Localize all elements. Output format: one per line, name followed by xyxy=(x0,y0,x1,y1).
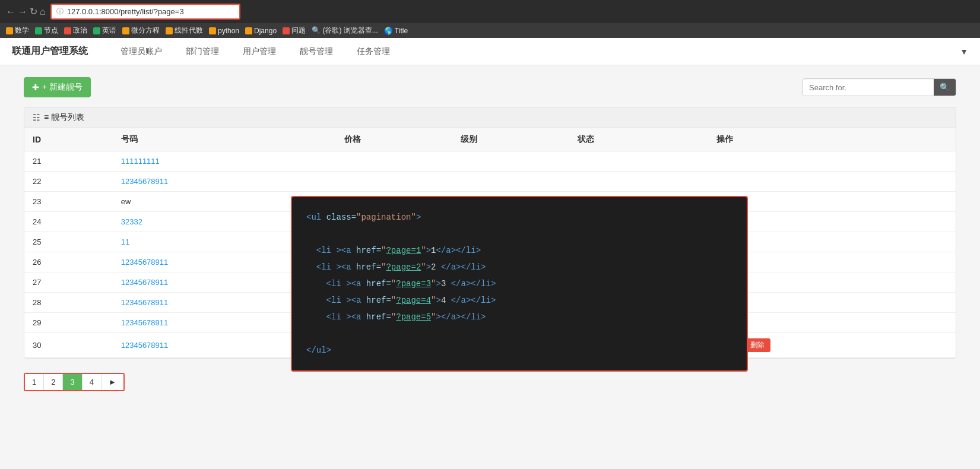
col-actions: 操作 xyxy=(708,128,956,151)
bookmark-label: 英语 xyxy=(102,26,116,36)
search-button[interactable]: 🔍 xyxy=(934,79,956,96)
col-phone: 号码 xyxy=(113,128,337,151)
code-line-li3: <li ><a href="?page=3">3 </a></li> xyxy=(306,275,732,292)
table-row: 21 111111111 xyxy=(24,151,956,172)
bookmark-jiedian[interactable]: 节点 xyxy=(35,26,58,36)
nav-user-management[interactable]: 用户管理 xyxy=(240,46,279,57)
bookmark-zhengzhi[interactable]: 政治 xyxy=(64,26,87,36)
cell-actions xyxy=(708,151,956,172)
code-line-li2: <li ><a href="?page=2">2 </a></li> xyxy=(306,259,732,275)
table-section-title: ≡ 靓号列表 xyxy=(44,112,84,123)
plus-icon: ✚ xyxy=(32,83,39,92)
nav-department[interactable]: 部门管理 xyxy=(183,46,222,57)
bookmark-icon xyxy=(35,27,42,34)
page-btn-next[interactable]: ► xyxy=(102,374,123,390)
table-row: 22 12345678911 xyxy=(24,172,956,192)
home-button[interactable]: ⌂ xyxy=(40,7,46,17)
code-line-li1: <li ><a href="?page=1">1</a></li> xyxy=(306,242,732,259)
bookmark-icon xyxy=(166,27,173,34)
bookmark-title[interactable]: 🌎 Title xyxy=(384,27,408,35)
cell-phone: 12345678911 xyxy=(113,172,337,192)
bookmark-label: 数学 xyxy=(15,26,29,36)
bookmark-label: 政治 xyxy=(73,26,87,36)
new-btn-label: + 新建靓号 xyxy=(42,82,83,93)
main-content: ✚ + 新建靓号 🔍 ☷ ≡ 靓号列表 ID 号码 价格 级别 状态 操作 xyxy=(0,65,980,413)
nav-pretty-numbers[interactable]: 靓号管理 xyxy=(297,46,336,57)
code-line-blank2 xyxy=(306,325,732,342)
cell-id: 24 xyxy=(24,212,113,232)
address-bar[interactable]: ⓘ 127.0.0.1:8000/pretty/list/?page=3 xyxy=(50,4,240,20)
cell-id: 27 xyxy=(24,272,113,293)
bookmark-icon xyxy=(122,27,129,34)
page-btn-1[interactable]: 1 xyxy=(25,374,44,390)
bookmark-icon xyxy=(209,27,216,34)
code-line-close: </ul> xyxy=(306,342,732,359)
cell-id: 23 xyxy=(24,192,113,212)
bookmark-label: python xyxy=(218,27,239,35)
search-input[interactable] xyxy=(803,80,934,96)
bookmark-label: 🔍 (谷歌) 浏览器查... xyxy=(312,26,378,36)
page-btn-4[interactable]: 4 xyxy=(83,374,102,390)
bookmark-google[interactable]: 🔍 (谷歌) 浏览器查... xyxy=(312,26,378,36)
bookmark-icon xyxy=(283,27,290,34)
bookmark-weifenfangcheng[interactable]: 微分方程 xyxy=(122,26,160,36)
code-line-li4: <li ><a href="?page=4">4 </a></li> xyxy=(306,292,732,309)
nav-admin-account[interactable]: 管理员账户 xyxy=(118,46,165,57)
bookmark-label: 线性代数 xyxy=(175,26,203,36)
forward-button[interactable]: → xyxy=(18,7,27,17)
bookmark-python[interactable]: python xyxy=(209,27,239,35)
col-price: 价格 xyxy=(336,128,452,151)
table-list-icon: ☷ xyxy=(33,113,40,122)
cell-level xyxy=(452,172,569,192)
page-btn-2[interactable]: 2 xyxy=(44,374,63,390)
cell-level xyxy=(452,151,569,172)
cell-actions xyxy=(708,172,956,192)
code-line-li5: <li ><a href="?page=5"></a></li> xyxy=(306,309,732,325)
nav-buttons: ← → ↻ ⌂ xyxy=(6,7,46,17)
cell-id: 21 xyxy=(24,151,113,172)
page-btn-3[interactable]: 3 xyxy=(63,374,82,390)
cell-id: 29 xyxy=(24,313,113,333)
cell-id: 30 xyxy=(24,333,113,358)
table-header-bar: ☷ ≡ 靓号列表 xyxy=(24,107,956,128)
bookmark-label: 问题 xyxy=(291,26,306,36)
info-icon: ⓘ xyxy=(56,7,64,17)
nav-task-management[interactable]: 任务管理 xyxy=(354,46,393,57)
col-status: 状态 xyxy=(569,128,709,151)
bookmark-yingyu[interactable]: 英语 xyxy=(93,26,116,36)
bookmark-icon xyxy=(93,27,100,34)
code-line-1: <ul class="pagination"> xyxy=(306,209,732,226)
bookmark-xianxingdaishu[interactable]: 线性代数 xyxy=(166,26,203,36)
bookmark-wenti[interactable]: 问题 xyxy=(283,26,306,36)
url-text: 127.0.0.1:8000/pretty/list/?page=3 xyxy=(67,7,184,16)
code-line-blank1 xyxy=(306,226,732,242)
code-overlay: <ul class="pagination"> <li ><a href="?p… xyxy=(291,196,748,372)
bookmark-shuxue[interactable]: 数学 xyxy=(6,26,29,36)
bookmark-icon xyxy=(64,27,71,34)
delete-button[interactable]: 删除 xyxy=(744,338,770,352)
bookmark-label: 节点 xyxy=(44,26,58,36)
cell-status xyxy=(569,172,709,192)
cell-id: 22 xyxy=(24,172,113,192)
bookmark-icon xyxy=(6,27,13,34)
cell-price xyxy=(336,151,452,172)
cell-price xyxy=(336,172,452,192)
bookmark-label: 微分方程 xyxy=(131,26,160,36)
bookmarks-bar: 数学 节点 政治 英语 微分方程 线性代数 python Django 问题 🔍… xyxy=(0,23,980,38)
bookmark-icon xyxy=(245,27,252,34)
bookmark-label: 🌎 Title xyxy=(384,27,408,35)
back-button[interactable]: ← xyxy=(6,7,15,17)
reload-button[interactable]: ↻ xyxy=(30,7,37,17)
new-pretty-number-button[interactable]: ✚ + 新建靓号 xyxy=(24,77,91,97)
pagination-wrapper: 1 2 3 4 ► xyxy=(24,373,125,391)
table-header-row: ID 号码 价格 级别 状态 操作 xyxy=(24,128,956,151)
nav-dropdown-icon[interactable]: ▼ xyxy=(960,47,968,56)
cell-id: 26 xyxy=(24,252,113,272)
bookmark-label: Django xyxy=(254,27,277,35)
cell-phone: 111111111 xyxy=(113,151,337,172)
toolbar: ✚ + 新建靓号 🔍 xyxy=(24,77,956,97)
col-level: 级别 xyxy=(452,128,569,151)
cell-id: 28 xyxy=(24,293,113,313)
bookmark-django[interactable]: Django xyxy=(245,27,277,35)
cell-status xyxy=(569,151,709,172)
